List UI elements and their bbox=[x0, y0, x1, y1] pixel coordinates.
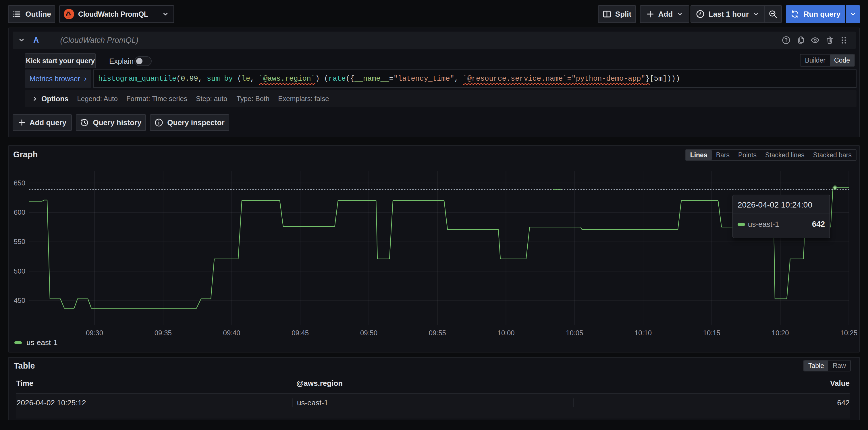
svg-text:09:35: 09:35 bbox=[155, 329, 172, 337]
svg-text:09:45: 09:45 bbox=[291, 329, 309, 337]
svg-text:650: 650 bbox=[14, 179, 25, 187]
svg-text:450: 450 bbox=[14, 297, 25, 304]
svg-text:600: 600 bbox=[14, 208, 25, 216]
svg-text:10:25: 10:25 bbox=[840, 329, 857, 337]
svg-text:09:55: 09:55 bbox=[429, 329, 446, 337]
svg-text:10:10: 10:10 bbox=[634, 329, 652, 337]
svg-text:09:50: 09:50 bbox=[360, 329, 377, 337]
svg-text:09:30: 09:30 bbox=[86, 329, 103, 337]
svg-text:10:20: 10:20 bbox=[772, 329, 789, 337]
svg-text:550: 550 bbox=[14, 238, 25, 245]
svg-text:500: 500 bbox=[14, 267, 25, 275]
svg-text:10:05: 10:05 bbox=[566, 329, 583, 337]
svg-text:09:40: 09:40 bbox=[223, 329, 240, 337]
svg-text:10:15: 10:15 bbox=[703, 329, 720, 337]
svg-text:10:00: 10:00 bbox=[497, 329, 515, 337]
